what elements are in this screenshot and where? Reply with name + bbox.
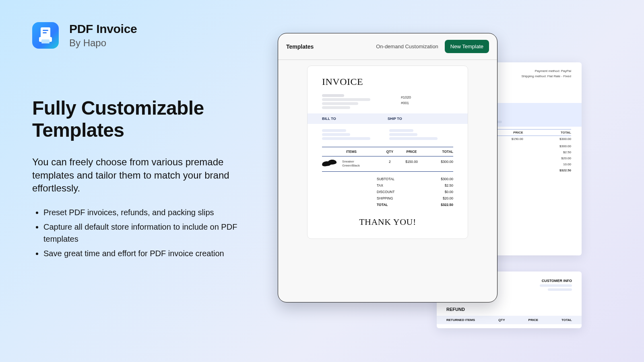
card-title: Templates — [286, 43, 314, 50]
ship-to-label: SHIP TO — [388, 117, 453, 121]
order-number: #1020 — [401, 95, 453, 100]
bullet-item: Save great time and effort for PDF invoi… — [43, 247, 258, 259]
bullet-item: Capture all default store information to… — [43, 221, 258, 245]
feature-bullets: Preset PDF invoices, refunds, and packin… — [32, 206, 258, 259]
invoice-template-preview[interactable]: INVOICE #1020 #001 BILL TO SHIP TO — [307, 66, 468, 239]
bill-to-label: BILL TO — [322, 117, 388, 121]
col-price: PRICE — [398, 147, 425, 156]
totals-block: SUBTOTAL$300.00 TAX$2.50 DISCOUNT$0.00 S… — [322, 176, 453, 208]
table-row: Sneaker Green/Black 2 $150.00 $300.00 — [322, 156, 453, 172]
col-qty: QTY — [382, 147, 398, 156]
col-items: ITEMS — [322, 147, 382, 156]
new-template-button[interactable]: New Template — [445, 40, 489, 53]
svg-rect-4 — [41, 39, 50, 43]
app-header: PDF Invoice By Hapo — [32, 22, 258, 49]
svg-rect-2 — [43, 32, 47, 33]
bullet-item: Preset PDF invoices, refunds, and packin… — [43, 206, 258, 218]
invoice-heading: INVOICE — [322, 76, 453, 87]
on-demand-customization-link[interactable]: On-demand Customization — [376, 43, 438, 49]
templates-card: Templates On-demand Customization New Te… — [278, 33, 497, 302]
product-thumbnail-icon — [322, 160, 338, 167]
subheadline: You can freely choose from various prema… — [32, 156, 242, 195]
document-printer-icon — [38, 27, 53, 43]
thank-you-text: THANK YOU! — [308, 217, 468, 227]
app-icon — [32, 22, 59, 49]
refund-title: REFUND — [446, 307, 572, 312]
app-title: PDF Invoice — [69, 22, 137, 36]
line-items-table: ITEMS QTY PRICE TOTAL Sneaker Green/Blac… — [322, 147, 453, 172]
svg-rect-1 — [43, 30, 48, 31]
invoice-number: #001 — [401, 100, 453, 106]
app-byline: By Hapo — [69, 37, 137, 49]
col-total: TOTAL — [425, 147, 453, 156]
headline: Fully Customizable Templates — [32, 97, 258, 141]
